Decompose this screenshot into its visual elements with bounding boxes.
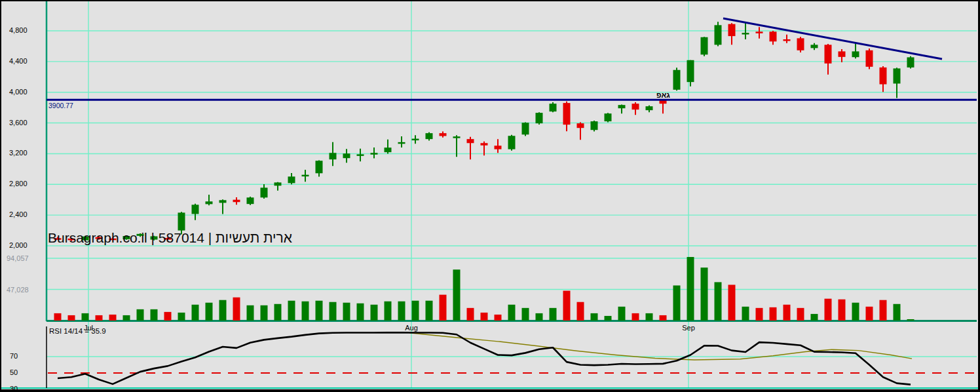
volume-bar — [371, 305, 378, 321]
trend-line — [723, 18, 942, 59]
volume-bar — [673, 285, 681, 321]
price-tick-label: 4,400 — [9, 57, 28, 65]
candle — [357, 154, 364, 156]
candle — [907, 57, 914, 67]
volume-bar — [206, 303, 213, 321]
candle — [261, 187, 268, 197]
volume-bar — [288, 301, 295, 321]
volume-bar — [164, 312, 172, 321]
candle — [715, 25, 722, 45]
volume-bar — [839, 300, 846, 321]
volume-bar — [797, 308, 804, 321]
volume-bar — [68, 315, 75, 321]
window-border-left — [0, 0, 1, 392]
candle — [453, 136, 461, 138]
volume-tick-label: 47,028 — [7, 286, 29, 294]
volume-bar — [701, 267, 708, 321]
candle — [288, 176, 295, 183]
candle — [797, 38, 804, 50]
price-tick-label: 4,000 — [9, 88, 28, 96]
rsi-tick-label: 70 — [10, 352, 18, 360]
volume-bar — [742, 307, 749, 321]
volume-bar — [536, 313, 543, 321]
volume-bar — [453, 269, 461, 321]
candle — [894, 68, 901, 83]
candle — [660, 100, 667, 104]
candle — [811, 45, 818, 48]
window-border-top — [0, 0, 980, 1]
volume-bar — [137, 309, 144, 321]
volume-bar — [852, 303, 859, 321]
volume-bar — [96, 315, 103, 321]
volume-bar — [440, 295, 447, 321]
candle — [563, 103, 571, 125]
candle — [687, 60, 694, 82]
candle — [398, 142, 405, 144]
volume-bar — [330, 302, 337, 321]
month-label: Sep — [674, 324, 703, 332]
volume-bar — [605, 316, 612, 321]
candle — [343, 153, 350, 158]
gap-annotation: גאפ — [656, 91, 670, 99]
volume-bar — [385, 302, 392, 321]
volume-bar — [82, 313, 89, 321]
candle — [591, 121, 598, 130]
price-tick-label: 2,400 — [9, 210, 28, 218]
chart-title: Bursagraph.co.il | 587014 | ארית תעשיות — [48, 234, 292, 242]
volume-bar — [426, 301, 433, 321]
candle — [274, 182, 282, 186]
volume-bar — [219, 300, 227, 321]
volume-bar — [577, 302, 584, 321]
candle — [880, 68, 887, 85]
volume-bar — [398, 302, 405, 321]
volume-bar — [233, 298, 240, 321]
candle — [646, 106, 653, 110]
volume-bar — [550, 308, 557, 321]
volume-bar — [660, 315, 667, 321]
candle — [247, 197, 254, 204]
volume-bar — [178, 313, 185, 321]
candle — [632, 104, 639, 109]
candle — [233, 200, 240, 203]
candle — [316, 161, 323, 173]
candle — [618, 105, 626, 108]
month-label: Jul — [74, 324, 103, 332]
volume-bar — [192, 305, 199, 321]
rsi-tick-label: 30 — [10, 385, 18, 392]
window-border-bottom — [0, 389, 980, 392]
volume-bar — [467, 308, 474, 321]
volume-bar — [123, 315, 130, 321]
candle — [371, 153, 378, 155]
volume-bar — [591, 313, 598, 321]
chart-canvas[interactable] — [0, 0, 980, 392]
candle — [412, 139, 419, 141]
candle — [550, 104, 557, 111]
volume-bar — [894, 304, 901, 321]
candle — [866, 50, 873, 67]
price-tick-label: 3,600 — [9, 119, 28, 127]
candle — [192, 205, 199, 214]
price-tick-label: 4,800 — [9, 26, 28, 34]
month-label: Aug — [397, 324, 426, 332]
candle — [426, 133, 433, 139]
volume-bar — [825, 299, 832, 321]
volume-bar — [866, 307, 873, 321]
volume-bar — [316, 301, 323, 321]
bursagraph-chart-window: 3900.77 גאפ Bursagraph.co.il | 587014 | … — [0, 0, 980, 392]
volume-bar — [481, 313, 488, 321]
volume-bar — [412, 301, 419, 321]
candle — [467, 139, 474, 143]
price-tick-label: 3,200 — [9, 149, 28, 157]
volume-bar — [247, 305, 254, 321]
volume-bar — [261, 305, 268, 321]
volume-tick-label: 94,057 — [7, 254, 29, 262]
candle — [219, 200, 227, 203]
candle — [522, 123, 529, 134]
volume-bar — [343, 303, 350, 321]
volume-bar — [522, 308, 529, 321]
candle — [495, 146, 502, 149]
volume-bar — [646, 313, 653, 321]
volume-bar — [508, 305, 516, 321]
candle — [178, 212, 185, 230]
price-tick-label: 2,800 — [9, 180, 28, 187]
